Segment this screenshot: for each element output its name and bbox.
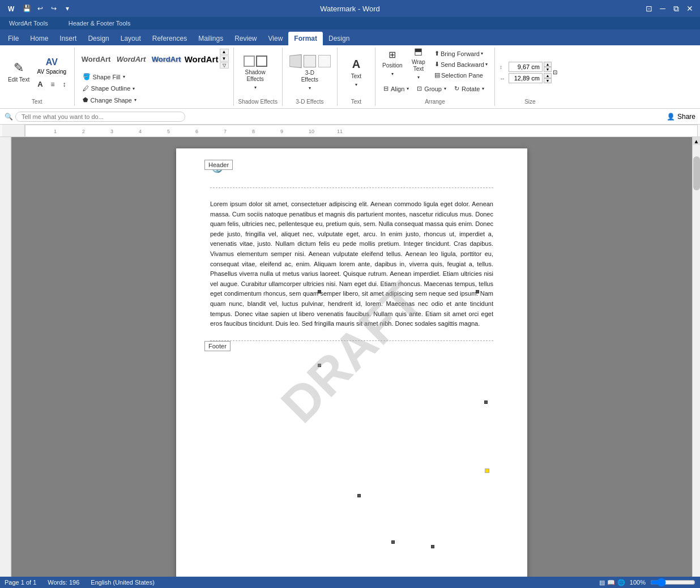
3d-effects-button[interactable]: 3-DEffects ▾ [287,53,332,92]
context-tab-wordart[interactable]: WordArt Tools [5,19,53,28]
customize-qa-btn[interactable]: ▾ [61,2,74,15]
vertical-scrollbar[interactable]: ▲ ▼ [692,137,700,588]
height-spin-up[interactable]: ▲ [544,62,552,67]
search-input[interactable] [15,112,185,122]
av-icon: AV [46,57,58,67]
doc-area[interactable]: DRAFT ⚓ Header Lorem ipsum dolor sit ame… [11,137,692,588]
tab-insert[interactable]: Insert [54,32,82,45]
wordart-style-2[interactable]: WordArt [114,49,148,69]
search-area: 🔍 [5,112,662,122]
width-spin-down[interactable]: ▼ [544,78,552,83]
gallery-expand[interactable]: ▽ [220,62,229,69]
rotate-arrow: ▾ [482,86,484,91]
group-label: Group [424,86,442,92]
height-input[interactable] [509,62,543,72]
tab-home[interactable]: Home [24,32,54,45]
sel-handle-bl [357,494,361,497]
send-backward-btn[interactable]: ⬇ Send Backward ▾ [432,59,490,69]
selection-pane-btn[interactable]: ▤ Selection Pane [432,70,490,80]
gallery-scroll-up[interactable]: ▲ [220,49,229,55]
text-label2: Text [351,73,361,80]
close-btn[interactable]: ✕ [684,3,695,14]
ribbon-group-wordart-styles: WordArt WordArt WordArt WordArt ▲ ▼ ▽ 🪣 … [75,48,234,106]
selection-pane-icon: ▤ [434,71,440,79]
scroll-up-btn[interactable]: ▲ [693,137,701,145]
tab-references[interactable]: References [147,32,193,45]
arrange-group-label: Arrange [380,96,490,105]
gallery-scroll-down[interactable]: ▼ [220,56,229,62]
send-backward-label: Send Backward [441,61,484,68]
tab-file[interactable]: File [2,32,24,45]
edit-text-icon: ✎ [14,62,24,74]
shape-outline-btn[interactable]: 🖊 Shape Outline ▾ [79,83,140,93]
ribbon-group-size: ↕ ▲ ▼ ↔ ▲ ▼ ⊡ [495,48,565,106]
change-shape-arrow: ▾ [134,97,136,103]
width-input[interactable] [509,73,543,83]
align-label: Align [391,86,404,92]
share-btn[interactable]: 👤 Share [667,113,695,121]
body-paragraph: Lorem ipsum dolor sit amet, consectetuer… [210,199,493,329]
3d-group-label: 3-D Effects [287,96,332,105]
tab-format[interactable]: Format [288,32,323,45]
window-controls: ⊡ ─ ⧉ ✕ [643,3,695,14]
wrap-text-btn[interactable]: ⬒ WrapText ▾ [406,49,431,77]
undo-qa-btn[interactable]: ↩ [34,2,46,15]
tab-design[interactable]: Design [82,32,114,45]
save-qa-btn[interactable]: 💾 [20,2,33,15]
shape-fill-btn[interactable]: 🪣 Shape Fill ▾ [79,71,140,82]
text-btn2[interactable]: A Text ▾ [342,53,370,92]
av-spacing-label[interactable]: AV Spacing [37,69,67,75]
svg-text:W: W [8,5,15,13]
quick-access-toolbar: 💾 ↩ ↪ ▾ [20,2,74,15]
tab-mailings[interactable]: Mailings [193,32,229,45]
scroll-thumb[interactable] [693,156,700,190]
text-align-btn[interactable]: ≡ [48,78,58,90]
change-shape-icon: ⬟ [83,96,88,104]
gallery-scroll: ▲ ▼ ▽ [220,49,229,69]
shadow-items: ShadowEffects ▾ [238,49,272,96]
redo-qa-btn[interactable]: ↪ [48,2,60,15]
web-layout-btn[interactable]: 🌐 [617,579,625,586]
svg-text:5: 5 [167,129,170,134]
change-shape-label: Change Shape [91,97,132,104]
align-arrow: ▾ [407,86,409,91]
rotate-btn[interactable]: ↻ Rotate ▾ [451,83,488,94]
position-btn[interactable]: ⊞ Position ▾ [380,49,405,77]
group-btn[interactable]: ⊡ Group ▾ [413,83,450,94]
share-icon: 👤 [667,113,675,121]
tab-view[interactable]: View [263,32,289,45]
shadow-icon1 [244,56,255,67]
zoom-slider[interactable] [650,578,695,587]
tab-design2[interactable]: Design [323,32,355,45]
minimize-btn[interactable]: ─ [657,3,668,14]
width-spin-up[interactable]: ▲ [544,73,552,78]
edit-text-button[interactable]: ✎ Edit Text [5,53,33,92]
tab-review[interactable]: Review [229,32,262,45]
tab-layout[interactable]: Layout [115,32,147,45]
spacing-btn[interactable]: ↕ [59,78,70,90]
align-btn[interactable]: ⊟ Align ▾ [380,83,412,94]
svg-text:7: 7 [224,129,227,134]
sel-handle-mr [484,400,488,404]
ribbon-group-text2: A Text ▾ Text [338,48,375,106]
abc-style-btn[interactable]: A [34,78,46,90]
change-shape-btn[interactable]: ⬟ Change Shape ▾ [79,95,140,105]
rotation-handle[interactable] [485,468,489,473]
wordart-style-4[interactable]: WordArt [185,49,219,69]
print-layout-btn[interactable]: ▤ [599,579,605,586]
wordart-style-1[interactable]: WordArt [79,49,113,69]
ribbon-tabs: File Home Insert Design Layout Reference… [0,29,700,45]
restore-btn[interactable]: ⧉ [671,3,682,14]
shape-outline-label: Shape Outline [91,85,131,92]
height-spin-down[interactable]: ▼ [544,67,552,72]
layout-options-btn[interactable]: ⊡ [643,3,655,14]
position-arrow: ▾ [391,71,394,76]
read-mode-btn[interactable]: 📖 [607,579,615,586]
shadow-effects-button[interactable]: ShadowEffects ▾ [238,53,272,92]
size-dialog-btn[interactable]: ⊡ [553,69,561,76]
svg-text:11: 11 [337,129,343,134]
svg-text:3: 3 [110,129,113,134]
wordart-style-3[interactable]: WordArt [150,49,183,69]
context-tab-header-footer[interactable]: Header & Footer Tools [64,19,135,28]
bring-forward-btn[interactable]: ⬆ Bring Forward ▾ [432,49,490,58]
